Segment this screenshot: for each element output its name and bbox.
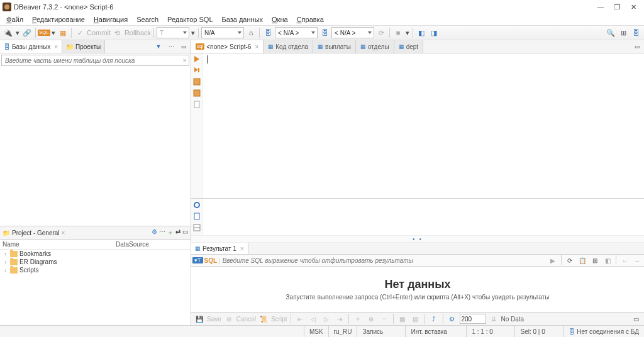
dbeaver-persp-icon[interactable]: 🗄 — [630, 27, 641, 38]
close-icon[interactable]: × — [255, 43, 258, 50]
del-row-icon[interactable]: － — [379, 313, 390, 324]
menu-window[interactable]: Окна — [268, 14, 292, 25]
new-conn-button[interactable]: 🔌 — [3, 27, 14, 38]
menu-help[interactable]: Справка — [293, 14, 328, 25]
new-conn2-button[interactable]: 🔗 — [21, 27, 33, 38]
expand-icon[interactable]: › — [3, 251, 8, 257]
explain-icon[interactable] — [193, 78, 201, 86]
na2-combo[interactable]: < N/A > — [275, 27, 318, 38]
dropdown-icon[interactable]: ▾ — [15, 27, 20, 38]
na-combo[interactable]: N/A — [201, 27, 244, 38]
layout-icon[interactable] — [193, 224, 201, 231]
perspective-button[interactable]: ⊞ — [618, 27, 629, 38]
tab-kod[interactable]: ▦Код отдела — [264, 40, 313, 53]
filter-icon[interactable]: ▼ — [153, 41, 164, 52]
menu-icon[interactable]: ⋯ — [165, 41, 177, 52]
sql-editor-button[interactable]: SQL — [38, 27, 50, 38]
export-icon[interactable]: ⤴ — [428, 313, 440, 324]
add-icon[interactable]: ＋ — [167, 228, 174, 237]
last-icon[interactable]: ⇥ — [334, 313, 345, 324]
splitter-handle[interactable]: • • — [191, 235, 644, 243]
rollback-button[interactable]: ⟲ — [112, 27, 123, 38]
first-icon[interactable]: ⇤ — [294, 313, 306, 324]
tx-combo[interactable]: T — [157, 27, 189, 38]
tab-dept[interactable]: ▦dept — [394, 40, 423, 53]
dup-row-icon[interactable]: ⊕ — [365, 313, 377, 324]
refresh-icon[interactable]: ⟳ — [564, 255, 575, 266]
menu-icon[interactable]: ⋯ — [159, 228, 165, 237]
minimize-pane-icon[interactable]: ▭ — [178, 41, 189, 52]
grid-view-icon[interactable]: ▦ — [397, 313, 408, 324]
misc2-button[interactable]: ◨ — [428, 27, 440, 38]
menu-database[interactable]: База данных — [218, 14, 267, 25]
run-script-icon[interactable] — [193, 67, 201, 74]
col-datasource[interactable]: DataSource — [116, 241, 149, 248]
prev-icon[interactable]: ← — [619, 255, 630, 266]
cancel-icon[interactable]: ⊘ — [223, 313, 235, 324]
panel-icon[interactable]: ◧ — [602, 255, 613, 266]
stop-button[interactable]: ■ — [392, 27, 404, 38]
menu-sqleditor[interactable]: Редактор SQL — [164, 14, 216, 25]
gear-icon[interactable]: ⚙ — [152, 228, 157, 237]
misc-button[interactable]: ◧ — [416, 27, 427, 38]
menu-edit[interactable]: Редактирование — [28, 14, 89, 25]
dropdown-icon[interactable]: ▾ — [191, 27, 196, 38]
search-icon[interactable]: 🔍 — [605, 27, 616, 38]
history-icon[interactable]: 📋 — [577, 255, 588, 266]
tab-otdely[interactable]: ▦отделы — [356, 40, 394, 53]
sql-editor[interactable] — [203, 53, 644, 198]
doc-icon[interactable] — [193, 101, 201, 108]
gear-icon[interactable] — [193, 201, 201, 209]
sql-console-button[interactable]: ▦ — [57, 27, 69, 38]
close-icon[interactable]: × — [54, 43, 58, 50]
tab-projects[interactable]: 📁 Проекты — [62, 40, 105, 53]
tree-item-scripts[interactable]: ›Scripts — [0, 266, 191, 274]
doc-icon[interactable] — [193, 213, 201, 220]
script-icon[interactable]: 📜 — [258, 313, 269, 324]
dropdown-icon[interactable]: ▾ — [405, 27, 410, 38]
apply-filter-icon[interactable]: ▶ — [547, 255, 558, 266]
fetch-all-icon[interactable]: ⇊ — [488, 313, 499, 324]
minimize-pane-icon[interactable]: ▭ — [182, 228, 188, 237]
maximize-editor-icon[interactable]: ▭ — [631, 41, 643, 52]
menu-nav[interactable]: Навигация — [90, 14, 131, 25]
close-icon[interactable]: × — [240, 245, 244, 252]
tab-vyplaty[interactable]: ▦выплаты — [313, 40, 356, 53]
home-icon[interactable]: ⌂ — [245, 27, 257, 38]
expand-icon[interactable]: › — [3, 267, 8, 274]
db-tree[interactable] — [0, 67, 191, 226]
menu-file[interactable]: Файл — [3, 14, 27, 25]
refresh-button[interactable]: ⟳ — [375, 27, 387, 38]
save-icon[interactable]: 💾 — [194, 313, 205, 324]
db-icon[interactable]: 🗄 — [262, 27, 274, 38]
col-name[interactable]: Name — [3, 241, 116, 248]
dropdown-icon[interactable]: ▾ — [51, 27, 56, 38]
prev-page-icon[interactable]: ◁ — [308, 313, 319, 324]
tab-databases[interactable]: 🗄 Базы данных × — [0, 40, 62, 53]
maximize-button[interactable]: ❐ — [613, 3, 621, 11]
next-page-icon[interactable]: ▷ — [321, 313, 332, 324]
menu-search[interactable]: Search — [133, 14, 162, 25]
na3-combo[interactable]: < N/A > — [331, 27, 374, 38]
db2-icon[interactable]: 🗄 — [319, 27, 330, 38]
close-button[interactable]: ✕ — [629, 3, 638, 11]
clear-icon[interactable]: × — [183, 57, 187, 64]
sql-chip[interactable]: ▾T — [192, 257, 203, 263]
link-icon[interactable]: ⇄ — [175, 228, 180, 237]
maximize-panel-icon[interactable]: ▭ — [630, 313, 641, 324]
filter-input[interactable] — [221, 257, 546, 265]
tab-result1[interactable]: ▦ Результат 1 × — [191, 243, 248, 254]
execute-icon[interactable] — [193, 89, 201, 97]
next-icon[interactable]: → — [631, 255, 643, 266]
commit-button[interactable]: ✓ — [74, 27, 86, 38]
gear-icon[interactable]: ⚙ — [447, 313, 458, 324]
tree-item-bookmarks[interactable]: ›Bookmarks — [0, 250, 191, 258]
minimize-button[interactable]: — — [596, 3, 605, 11]
run-icon[interactable] — [193, 55, 201, 63]
tree-item-erdiagrams[interactable]: ›ER Diagrams — [0, 258, 191, 266]
tab-script6[interactable]: sql<none> Script-6× — [191, 40, 264, 53]
expand-icon[interactable]: › — [3, 259, 8, 265]
db-search-box[interactable]: × — [1, 55, 189, 66]
transpose-icon[interactable]: ⊞ — [589, 255, 601, 266]
db-search-input[interactable] — [4, 57, 183, 65]
